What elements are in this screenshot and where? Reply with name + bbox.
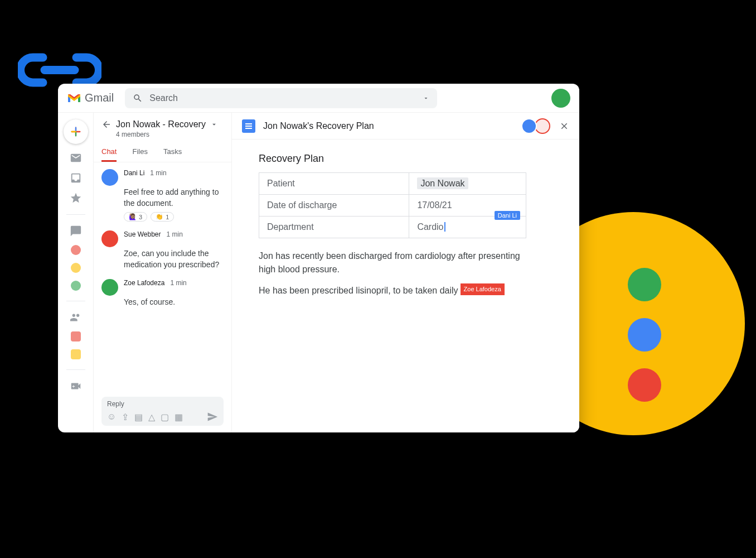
tab-files[interactable]: Files <box>132 147 147 162</box>
gmail-app-window: Gmail Search <box>58 84 579 432</box>
avatar[interactable] <box>101 169 118 186</box>
spaces-icon[interactable] <box>70 311 82 324</box>
message-list: Dani Li 1 min Feel free to add anything … <box>94 162 231 397</box>
inbox-icon[interactable] <box>70 172 82 184</box>
star-icon[interactable] <box>70 192 82 204</box>
chat-column: Jon Nowak - Recovery 4 members Chat File… <box>94 113 232 432</box>
close-icon[interactable] <box>559 121 569 131</box>
message-author: Sue Webber <box>124 230 161 238</box>
table-cell-value: Cardio Dani Li <box>409 217 526 238</box>
document-column: Jon Nowak's Recovery Plan Recovery Plan … <box>232 113 579 432</box>
meet-icon[interactable] <box>70 380 82 392</box>
message-body: Feel free to add anything to the documen… <box>124 187 224 209</box>
search-placeholder: Search <box>149 93 178 103</box>
collab-cursor-tag: Zoe Lafodeza <box>461 283 505 295</box>
space-sq-red[interactable] <box>71 331 81 341</box>
document-header: Jon Nowak's Recovery Plan <box>232 113 579 140</box>
message-time: 1 min <box>167 230 183 238</box>
table-row: Patient Jon Nowak <box>259 173 526 195</box>
space-dot-red[interactable] <box>71 245 81 255</box>
floating-avatar <box>628 318 661 352</box>
floating-avatar <box>628 368 661 402</box>
space-sq-yellow[interactable] <box>71 349 81 359</box>
chevron-down-icon[interactable] <box>210 121 218 128</box>
mail-icon[interactable] <box>70 152 82 164</box>
reply-box[interactable]: Reply ☺ ⇪ ▤ △ ▢ ▦ <box>101 397 224 426</box>
table-cell-label: Date of discharge <box>259 195 409 217</box>
tab-tasks[interactable]: Tasks <box>163 147 182 162</box>
upload-icon[interactable]: ⇪ <box>122 412 129 422</box>
chat-message: Sue Webber 1 min Zoe, can you include th… <box>101 230 224 270</box>
video-icon[interactable]: ▢ <box>161 412 169 422</box>
compose-button[interactable] <box>64 119 88 144</box>
doc-paragraph: He has been prescribed lisinopril, to be… <box>259 284 526 297</box>
table-cell-label: Department <box>259 217 409 238</box>
message-body: Yes, of course. <box>124 297 224 308</box>
member-count[interactable]: 4 members <box>116 131 224 138</box>
send-icon[interactable] <box>207 411 218 422</box>
collaborator-avatar[interactable] <box>535 118 550 134</box>
chat-icon[interactable] <box>70 225 82 237</box>
doc-heading: Recovery Plan <box>259 153 526 165</box>
search-icon <box>133 93 143 103</box>
table-cell-label: Patient <box>259 173 409 195</box>
space-dot-green[interactable] <box>71 281 81 291</box>
message-author: Zoe Lafodeza <box>124 279 164 287</box>
document-title: Jon Nowak's Recovery Plan <box>263 121 374 131</box>
collab-cursor-tag: Dani Li <box>495 211 520 220</box>
message-time: 1 min <box>150 169 166 177</box>
back-arrow-icon[interactable] <box>101 119 112 129</box>
patient-info-table: Patient Jon Nowak Date of discharge 17/0… <box>259 172 526 238</box>
message-author: Dani Li <box>124 169 144 177</box>
doc-paragraph: Jon has recently been discharged from ca… <box>259 249 526 276</box>
account-avatar[interactable] <box>551 89 570 108</box>
table-cell-value: Jon Nowak <box>409 173 526 195</box>
calendar-icon[interactable]: ▦ <box>175 412 183 422</box>
collaborator-avatar[interactable] <box>521 118 537 134</box>
search-bar[interactable]: Search <box>125 88 437 108</box>
reaction-chip[interactable]: 🙋🏽‍♀️3 <box>124 212 147 222</box>
gmail-logo[interactable]: Gmail <box>67 92 114 104</box>
reaction-chip[interactable]: 👏1 <box>151 212 174 222</box>
space-dot-yellow[interactable] <box>71 263 81 273</box>
gmail-label: Gmail <box>85 92 114 104</box>
chat-message: Dani Li 1 min Feel free to add anything … <box>101 169 224 222</box>
google-docs-icon <box>242 119 255 133</box>
avatar[interactable] <box>101 230 118 247</box>
drive-file-icon[interactable]: ▤ <box>134 412 143 422</box>
message-time: 1 min <box>170 279 186 287</box>
floating-avatars <box>628 268 661 402</box>
avatar[interactable] <box>101 279 118 296</box>
message-body: Zoe, can you include the medication you … <box>124 248 224 270</box>
space-name[interactable]: Jon Nowak - Recovery <box>116 119 206 129</box>
left-rail <box>58 113 94 432</box>
floating-avatar <box>628 268 661 301</box>
table-row: Date of discharge 17/08/21 <box>259 195 526 217</box>
space-tabs: Chat Files Tasks <box>94 142 231 162</box>
drive-icon[interactable]: △ <box>148 412 155 422</box>
emoji-icon[interactable]: ☺ <box>107 412 116 422</box>
top-bar: Gmail Search <box>58 84 579 113</box>
document-body[interactable]: Recovery Plan Patient Jon Nowak Date of … <box>232 140 579 432</box>
tab-chat[interactable]: Chat <box>101 147 117 162</box>
chat-message: Zoe Lafodeza 1 min Yes, of course. <box>101 279 224 308</box>
table-row: Department Cardio Dani Li <box>259 217 526 238</box>
search-options-icon[interactable] <box>423 95 429 102</box>
reply-placeholder: Reply <box>107 400 218 408</box>
